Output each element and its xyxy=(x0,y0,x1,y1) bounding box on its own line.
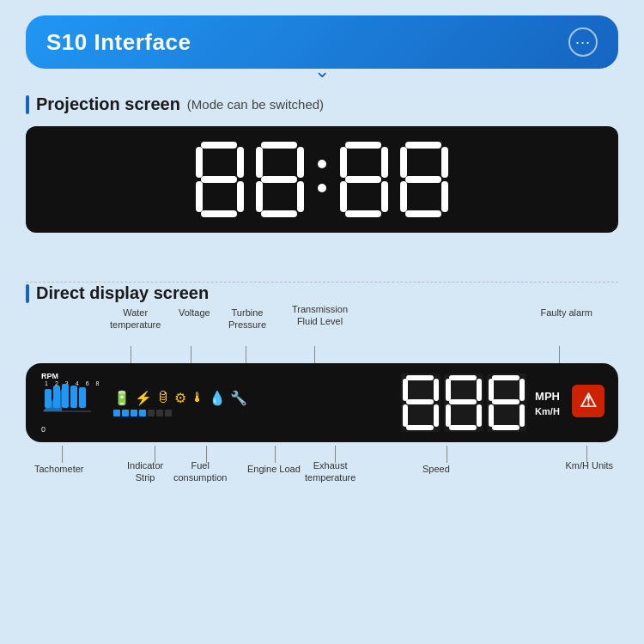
mph-unit: MPH xyxy=(535,390,560,403)
direct-section-bar xyxy=(26,284,29,303)
direct-section-label: Direct display screen xyxy=(26,283,618,303)
header-bubble: S10 Interface ··· ⌄ xyxy=(26,15,618,69)
projection-section-label: Projection screen (Mode can be switched) xyxy=(26,94,618,114)
svg-rect-46 xyxy=(477,379,482,401)
bar-6 xyxy=(156,410,163,416)
ann-transmission-fluid: TransmissionFluid Level xyxy=(292,303,348,328)
svg-rect-21 xyxy=(405,142,441,149)
zero-label: 0 xyxy=(41,425,46,434)
fault-alarm: ⚠ xyxy=(565,385,605,421)
section-bar xyxy=(26,95,29,114)
svg-text:⚠: ⚠ xyxy=(580,390,597,411)
oil-drop-icon: 💧 xyxy=(209,390,226,406)
svg-rect-15 xyxy=(340,147,347,178)
kmh-unit: Km/H xyxy=(535,406,560,416)
projection-section: Projection screen (Mode can be switched) xyxy=(26,94,618,233)
svg-rect-39 xyxy=(406,399,434,404)
svg-rect-41 xyxy=(434,404,439,427)
svg-rect-42 xyxy=(406,425,434,430)
svg-rect-1 xyxy=(196,147,203,178)
svg-rect-38 xyxy=(434,379,439,401)
oil-icon: 🛢 xyxy=(156,390,170,405)
digit-4 xyxy=(398,140,450,219)
oil-can-icon: 🔧 xyxy=(230,390,247,406)
line-speed xyxy=(447,446,447,463)
bar-1 xyxy=(113,410,120,416)
svg-rect-2 xyxy=(237,147,244,178)
colon-dot-bottom xyxy=(318,184,326,192)
icon-indicators: 🔋 ⚡ 🛢 ⚙ 🌡 💧 🔧 xyxy=(113,386,247,420)
digit-2 xyxy=(254,140,306,219)
bar-7 xyxy=(165,410,172,416)
ann-fuel-consumption: Fuelconsumption xyxy=(173,459,227,484)
speed-digit-1 xyxy=(401,374,440,432)
alternator-icon: ⚡ xyxy=(135,390,152,406)
chevron-down-icon: ⌄ xyxy=(314,62,330,81)
svg-rect-54 xyxy=(519,379,525,401)
svg-rect-58 xyxy=(492,425,519,430)
line-turbine xyxy=(246,346,246,363)
svg-rect-11 xyxy=(256,181,263,212)
section-divider xyxy=(26,282,618,283)
svg-rect-30 xyxy=(62,384,69,408)
svg-rect-6 xyxy=(201,210,237,217)
battery-icon: 🔋 xyxy=(113,390,131,406)
colon-dot-top xyxy=(318,160,326,168)
svg-rect-24 xyxy=(405,176,441,183)
svg-rect-5 xyxy=(237,181,244,212)
bar-2 xyxy=(122,410,129,416)
svg-rect-14 xyxy=(345,142,381,149)
svg-rect-27 xyxy=(405,210,441,217)
header-title: S10 Interface xyxy=(46,29,191,56)
bar-4 xyxy=(139,410,146,416)
rpm-needle-svg xyxy=(39,372,108,434)
bar-3 xyxy=(131,410,137,416)
line-water xyxy=(131,346,131,363)
svg-rect-31 xyxy=(70,386,77,408)
svg-rect-50 xyxy=(449,425,477,430)
direct-section: Direct display screen Watertemperature V… xyxy=(26,283,618,514)
svg-rect-4 xyxy=(196,181,203,212)
indicator-strip xyxy=(113,410,247,416)
ann-tachometer: Tachometer xyxy=(34,463,83,475)
svg-rect-32 xyxy=(79,387,86,408)
svg-rect-55 xyxy=(492,399,519,404)
svg-rect-23 xyxy=(441,147,448,178)
top-annotations: Watertemperature Voltage TurbinePressure… xyxy=(26,303,618,363)
line-tachometer xyxy=(62,446,63,463)
bottom-annotations: Tachometer IndicatorStrip Fuelconsumptio… xyxy=(26,446,618,514)
more-button[interactable]: ··· xyxy=(568,27,598,57)
svg-rect-37 xyxy=(403,379,408,401)
speed-digit-2 xyxy=(444,374,483,432)
ann-exhaust-temp: Exhausttemperature xyxy=(305,459,355,484)
ann-water-temp: Watertemperature xyxy=(110,307,161,331)
svg-rect-49 xyxy=(477,404,482,427)
speed-display xyxy=(401,374,526,432)
engine-warning-icon: ⚠ xyxy=(572,385,605,417)
bar-5 xyxy=(148,410,155,416)
digit-1 xyxy=(194,140,246,219)
ann-engine-load: Engine Load xyxy=(247,463,301,475)
ann-indicator-strip: IndicatorStrip xyxy=(127,459,163,484)
icons-top-row: 🔋 ⚡ 🛢 ⚙ 🌡 💧 🔧 xyxy=(113,390,247,406)
svg-rect-10 xyxy=(261,176,297,183)
line-transmission xyxy=(314,346,315,363)
ann-voltage: Voltage xyxy=(179,307,210,319)
svg-rect-19 xyxy=(381,181,388,212)
svg-rect-0 xyxy=(201,142,237,149)
svg-rect-16 xyxy=(381,147,388,178)
svg-rect-8 xyxy=(256,147,263,178)
svg-rect-7 xyxy=(261,142,297,149)
projection-display xyxy=(26,126,618,233)
projection-title-sub: (Mode can be switched) xyxy=(187,97,324,112)
digit-3 xyxy=(338,140,390,219)
gear-icon: ⚙ xyxy=(174,390,186,406)
dashboard-screen: RPM 1 2 3 4 6 8 0 xyxy=(26,363,618,442)
svg-rect-18 xyxy=(340,181,347,212)
svg-rect-48 xyxy=(446,404,451,427)
line-voltage xyxy=(191,346,191,363)
svg-rect-47 xyxy=(449,399,477,404)
svg-rect-57 xyxy=(519,404,525,427)
thermo-icon: 🌡 xyxy=(191,390,204,405)
svg-rect-36 xyxy=(406,375,434,380)
